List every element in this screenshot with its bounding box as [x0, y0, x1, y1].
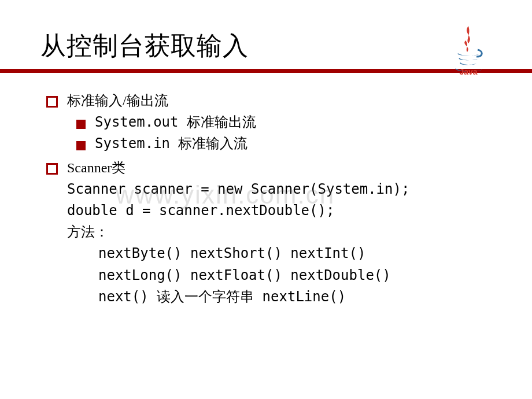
square-outline-icon: [46, 96, 58, 108]
bullet-level1: 标准输入/输出流: [46, 90, 492, 112]
svg-text:Java: Java: [459, 67, 477, 75]
bullet-level2: System.out 标准输出流: [46, 112, 492, 133]
bullet-text: 标准输入/输出流: [67, 90, 168, 112]
bullet-level1: Scanner类: [46, 157, 492, 179]
square-fill-icon: [76, 120, 86, 129]
bullet-text: System.out 标准输出流: [95, 112, 256, 133]
slide-content: 标准输入/输出流 System.out 标准输出流 System.in 标准输入…: [40, 90, 492, 308]
slide-header: 从控制台获取输入 Java: [40, 29, 492, 73]
slide: 从控制台获取输入 Java www.yixin.com.cn 标准输入/输出流 …: [0, 0, 532, 399]
code-line: next() 读入一个字符串 nextLine(): [46, 286, 492, 308]
square-fill-icon: [76, 141, 86, 150]
square-outline-icon: [46, 163, 58, 175]
bullet-text: Scanner类: [67, 157, 125, 179]
java-logo-icon: Java: [451, 23, 486, 75]
bullet-level2: System.in 标准输入流: [46, 133, 492, 154]
code-line: nextByte() nextShort() nextInt(): [46, 243, 492, 264]
code-line: double d = scanner.nextDouble();: [46, 200, 492, 221]
code-line: nextLong() nextFloat() nextDouble(): [46, 265, 492, 286]
code-line: Scanner scanner = new Scanner(System.in)…: [46, 179, 492, 200]
code-line: 方法：: [46, 221, 492, 243]
slide-title: 从控制台获取输入: [40, 29, 492, 63]
bullet-text: System.in 标准输入流: [95, 133, 248, 154]
